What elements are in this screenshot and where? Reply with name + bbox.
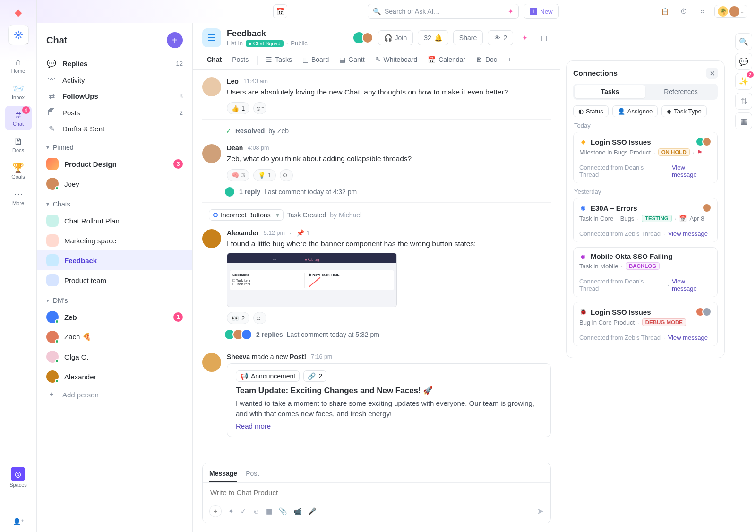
sidebar-posts[interactable]: 🗐Posts2 (37, 104, 192, 120)
new-chat-button[interactable]: + (167, 32, 183, 48)
sidebar-activity[interactable]: 〰Activity (37, 72, 192, 88)
ai-icon[interactable]: ✨2 (735, 73, 752, 90)
dm-item[interactable]: Zeb1 (37, 307, 192, 327)
view-message-link[interactable]: View message (668, 230, 708, 237)
task-icon[interactable]: ✓ (241, 507, 246, 515)
dm-item[interactable]: Alexander (37, 367, 192, 386)
task-chip[interactable]: Incorrect Buttons▾ (209, 209, 284, 221)
ai-icon[interactable]: ✦ (518, 31, 532, 45)
composer-tab-message[interactable]: Message (209, 466, 237, 482)
search-icon[interactable]: 🔍 (735, 33, 752, 50)
sidebar-drafts[interactable]: ✎Drafts & Sent (37, 120, 192, 137)
filter-tasktype[interactable]: ◆Task Type (662, 105, 706, 117)
nav-spaces[interactable]: ◎ Spaces (9, 467, 27, 488)
tab-references[interactable]: References (645, 85, 716, 98)
add-view[interactable]: + (503, 51, 516, 69)
nav-home[interactable]: ⌂Home (5, 53, 32, 77)
filter-assignee[interactable]: 👤Assignee (612, 105, 658, 117)
view-message-link[interactable]: View message (672, 164, 712, 178)
post-card[interactable]: 📢Announcement 🔗2 Team Update: Exciting C… (227, 363, 551, 437)
connection-card[interactable]: ◆Login SSO Issues Milestone in Bugs Prod… (573, 132, 718, 183)
sidebar-followups[interactable]: ⇄FollowUps8 (37, 88, 192, 104)
connection-card[interactable]: ◉Mobile Okta SSO Failing Task in Mobile·… (573, 247, 718, 297)
image-attachment[interactable]: ◦◦◦● Add tag⋯ Subtasks☐ Task item☐ Task … (227, 253, 397, 307)
attachment-chip[interactable]: 🔗2 (303, 370, 326, 382)
invite-icon[interactable]: 👤⁺ (13, 518, 24, 525)
new-button[interactable]: + New (524, 4, 559, 19)
view-posts[interactable]: Posts (227, 51, 253, 69)
reaction[interactable]: 🧠3 (227, 169, 249, 181)
chevron-down-icon[interactable]: ▾ (274, 211, 279, 219)
ai-icon[interactable]: ✦ (228, 507, 234, 515)
view-whiteboard[interactable]: ✎Whiteboard (370, 51, 422, 69)
chat-item[interactable]: Product team (37, 270, 192, 290)
add-reaction[interactable]: ☺⁺ (280, 169, 293, 181)
send-button[interactable]: ➤ (537, 506, 544, 516)
comments-icon[interactable]: 💬 (735, 53, 752, 70)
view-message-link[interactable]: View message (672, 278, 712, 292)
gif-icon[interactable]: ▦ (266, 507, 272, 515)
filter-status[interactable]: ◐Status (573, 105, 609, 117)
chat-item-feedback[interactable]: Feedback (37, 250, 192, 270)
add-reaction[interactable]: ☺⁺ (253, 102, 266, 114)
view-chat[interactable]: Chat (202, 51, 226, 69)
nav-chat[interactable]: #Chat4 (5, 106, 32, 130)
timer-icon[interactable]: ⏱ (677, 4, 691, 18)
layout-icon[interactable]: ◫ (537, 31, 551, 45)
view-tasks[interactable]: ☰Tasks (261, 51, 297, 69)
squad-chip[interactable]: ● Chat Squad (246, 40, 284, 47)
member-count[interactable]: 32🔔 (418, 30, 448, 45)
view-doc[interactable]: 🗎Doc (471, 51, 502, 69)
composer-tab-post[interactable]: Post (246, 466, 259, 482)
reaction[interactable]: 👀2 (227, 312, 249, 324)
paperclip-icon[interactable]: 📎 (279, 507, 287, 515)
emoji-icon[interactable]: ☺ (253, 507, 259, 515)
clipboard-icon[interactable]: 📋 (658, 4, 672, 18)
view-gantt[interactable]: ▤Gantt (335, 51, 369, 69)
dm-item[interactable]: Olga O. (37, 347, 192, 367)
nav-docs[interactable]: 🗎Docs (5, 132, 32, 157)
add-reaction[interactable]: ☺⁺ (253, 312, 266, 324)
calendar-icon[interactable]: 📅 (273, 4, 287, 18)
section-pinned[interactable]: ▾Pinned (37, 137, 192, 154)
add-person[interactable]: +Add person (37, 386, 192, 403)
close-icon[interactable]: ✕ (706, 68, 718, 79)
sync-icon[interactable]: ⇅ (735, 93, 752, 110)
read-more-link[interactable]: Read more (236, 422, 542, 430)
mic-icon[interactable]: 🎤 (308, 507, 316, 515)
apps-icon[interactable]: ▦ (735, 112, 752, 129)
connection-card[interactable]: 🐞Login SSO Issues Bug in Core Product·DE… (573, 302, 718, 346)
nav-goals[interactable]: 🏆Goals (5, 159, 32, 183)
attach-button[interactable]: + (209, 505, 222, 517)
watchers-button[interactable]: 👁2 (488, 30, 513, 45)
section-dms[interactable]: ▾DM's (37, 290, 192, 307)
search-bar[interactable]: 🔍 Search or Ask AI… ✦ (368, 4, 519, 19)
thread-summary[interactable]: 2 repliesLast comment today at 5:32 pm (227, 329, 551, 340)
chat-item[interactable]: Marketing space (37, 231, 192, 250)
share-button[interactable]: Share (453, 30, 483, 45)
chat-item[interactable]: Chat Rollout Plan (37, 211, 192, 231)
view-message-link[interactable]: View message (668, 334, 708, 341)
pinned-item[interactable]: Joey (37, 174, 192, 194)
apps-icon[interactable]: ⠿ (696, 4, 710, 18)
nav-more[interactable]: ⋯More (5, 185, 32, 210)
composer-input[interactable] (203, 482, 550, 502)
tab-tasks[interactable]: Tasks (575, 85, 645, 98)
workspace-switcher[interactable]: ⌄ (8, 25, 29, 45)
reaction[interactable]: 👍1 (227, 102, 249, 114)
ai-icon[interactable]: ✦ (508, 8, 514, 15)
reaction[interactable]: 💡1 (253, 169, 276, 181)
app-logo[interactable]: ◆ (10, 4, 27, 21)
video-icon[interactable]: 📹 (293, 507, 301, 515)
member-avatars[interactable] (353, 32, 373, 43)
sidebar-replies[interactable]: 💬Replies12 (37, 55, 192, 72)
view-calendar[interactable]: 📅Calendar (423, 51, 470, 69)
connection-card[interactable]: ◉E30A – Errors Task in Core – Bugs·TESTI… (573, 198, 718, 242)
thread-summary[interactable]: 1 replyLast comment today at 4:32 pm (227, 186, 551, 197)
profile-menu[interactable]: 🌴 ⌄ (714, 5, 747, 18)
dm-item[interactable]: Zach 🍕 (37, 327, 192, 347)
pinned-item[interactable]: Product Design3 (37, 154, 192, 174)
nav-inbox[interactable]: 📨Inbox (5, 79, 32, 104)
join-button[interactable]: 🎧Join (378, 30, 413, 45)
section-chats[interactable]: ▾Chats (37, 194, 192, 211)
